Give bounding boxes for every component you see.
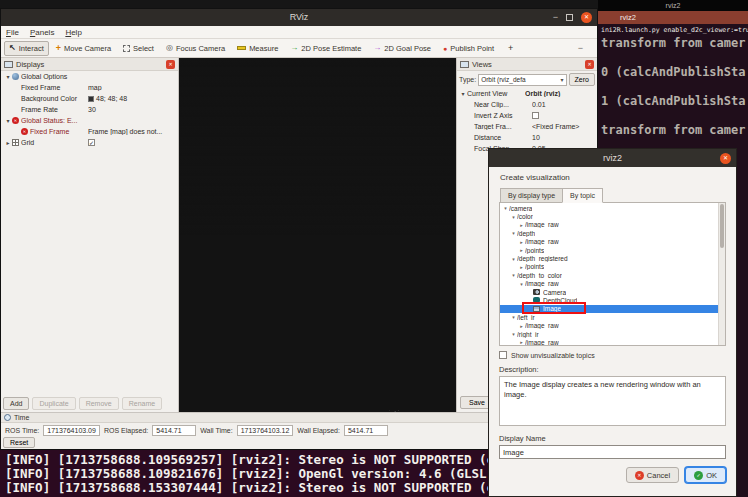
property-value[interactable]: map <box>88 84 178 91</box>
checkbox-unchecked[interactable] <box>499 351 507 359</box>
topic-row[interactable]: ▸/points <box>500 246 725 254</box>
topic-row[interactable]: ▸/image_raw <box>500 338 725 346</box>
scrollbar[interactable] <box>718 203 725 345</box>
views-row[interactable]: Target Fra...<Fixed Frame> <box>457 121 597 132</box>
displays-row[interactable]: Fixed Framemap <box>1 82 178 93</box>
dialog-titlebar[interactable]: rviz2 ✕ <box>489 149 736 167</box>
tree-expanded-icon[interactable]: ▾ <box>4 117 12 124</box>
topic-row[interactable]: ▾/image_raw <box>500 280 725 288</box>
tree-collapsed-icon[interactable]: ▸ <box>518 247 525 253</box>
remove-tool-button[interactable]: − <box>573 40 588 56</box>
tool-measure[interactable]: Measure <box>232 41 283 56</box>
tree-expanded-icon[interactable]: ▾ <box>510 214 517 220</box>
tool-publish-point[interactable]: ●Publish Point <box>438 41 499 56</box>
displays-row[interactable]: ▾Global Options <box>1 71 178 82</box>
tree-expanded-icon[interactable]: ▾ <box>510 230 517 236</box>
time-field-value[interactable]: 5414.71 <box>344 425 388 436</box>
dialog-close-icon[interactable]: ✕ <box>720 153 731 164</box>
tool-2d-pose-estimate[interactable]: →2D Pose Estimate <box>285 41 366 56</box>
rviz-titlebar[interactable]: RViz − ✕ <box>1 9 597 26</box>
tool-move-camera[interactable]: +Move Camera <box>51 41 116 56</box>
tree-expanded-icon[interactable]: ▾ <box>510 331 517 337</box>
displays-row[interactable]: Frame Rate30 <box>1 104 178 115</box>
checkbox-checked[interactable]: ✓ <box>88 139 95 146</box>
menu-panels[interactable]: Panels <box>30 28 54 37</box>
tree-expanded-icon[interactable]: ▾ <box>459 90 467 97</box>
topic-row[interactable]: ▸/image_raw <box>500 238 725 246</box>
maximize-icon[interactable] <box>566 14 573 21</box>
topic-row[interactable]: DepthCloud <box>500 296 725 304</box>
property-value[interactable]: 0.01 <box>532 101 597 108</box>
topic-row[interactable]: ▸/points <box>500 263 725 271</box>
displays-row[interactable]: Background Color48; 48; 48 <box>1 93 178 104</box>
topic-row[interactable]: Camera <box>500 288 725 296</box>
minimize-icon[interactable]: − <box>553 13 558 22</box>
tree-collapsed-icon[interactable]: ▸ <box>518 339 525 345</box>
tab-by-topic[interactable]: By topic <box>562 188 603 203</box>
topic-row[interactable]: ▾/depth <box>500 229 725 237</box>
topic-row[interactable]: ▾/depth_to_color <box>500 271 725 279</box>
tool-2d-goal-pose[interactable]: →2D Goal Pose <box>368 41 436 56</box>
topic-row[interactable]: ▸/image_raw <box>500 221 725 229</box>
topic-row[interactable]: Image <box>500 305 718 313</box>
tree-expanded-icon[interactable]: ▾ <box>510 256 517 262</box>
close-icon[interactable]: ✕ <box>581 12 592 23</box>
display-name-input[interactable]: Image <box>499 445 726 459</box>
views-row[interactable]: Distance10 <box>457 132 597 143</box>
tree-collapsed-icon[interactable]: ▸ <box>518 323 525 329</box>
property-value[interactable]: 30 <box>88 106 178 113</box>
add-button[interactable]: Add <box>3 397 29 410</box>
3d-viewport[interactable] <box>179 58 456 412</box>
displays-close-icon[interactable]: ✕ <box>166 60 175 69</box>
tab-by-display-type[interactable]: By display type <box>500 188 562 203</box>
tree-collapsed-icon[interactable]: ▸ <box>4 139 12 146</box>
add-tool-button[interactable]: + <box>501 41 520 55</box>
property-value[interactable]: <Fixed Frame> <box>532 123 597 130</box>
views-row[interactable]: Invert Z Axis <box>457 110 597 121</box>
topic-row[interactable]: ▾/color <box>500 212 725 220</box>
time-field-value[interactable]: 1713764103.12 <box>237 425 294 436</box>
menu-file[interactable]: File <box>6 28 19 37</box>
menu-help[interactable]: Help <box>65 28 81 37</box>
topic-row[interactable]: ▾/depth_registered <box>500 254 725 262</box>
topic-row[interactable]: ▾/camera <box>500 204 725 212</box>
terminal-top-bar[interactable]: rviz2 <box>598 0 748 11</box>
property-value[interactable]: Frame [map] does not... <box>88 128 178 135</box>
property-value[interactable]: Orbit (rviz) <box>525 90 597 97</box>
topic-row[interactable]: ▾/left_ir <box>500 313 725 321</box>
property-value[interactable]: 48; 48; 48 <box>88 95 178 102</box>
topic-row[interactable]: ▾/right_ir <box>500 330 725 338</box>
displays-row[interactable]: ▾✕Global Status: E... <box>1 115 178 126</box>
views-close-icon[interactable]: ✕ <box>585 60 594 69</box>
time-field-value[interactable]: 5414.71 <box>152 425 196 436</box>
cancel-button[interactable]: ✕ Cancel <box>626 467 679 483</box>
tree-expanded-icon[interactable]: ▾ <box>510 272 517 278</box>
tree-collapsed-icon[interactable]: ▸ <box>518 222 525 228</box>
reset-button[interactable]: Reset <box>3 437 35 448</box>
tool-select[interactable]: Select <box>118 41 159 56</box>
ok-button[interactable]: ✓ OK <box>685 467 726 483</box>
displays-row[interactable]: ✕Fixed FrameFrame [map] does not... <box>1 126 178 137</box>
view-type-dropdown[interactable]: Orbit (rviz_defa ▾ <box>478 74 566 86</box>
property-value[interactable]: ✓ <box>88 139 178 146</box>
property-value[interactable]: 10 <box>532 134 597 141</box>
tool-focus-camera[interactable]: ◎Focus Camera <box>161 41 230 56</box>
views-row[interactable]: Near Clip...0.01 <box>457 99 597 110</box>
tree-expanded-icon[interactable]: ▾ <box>502 205 509 211</box>
checkbox-unchecked[interactable] <box>532 112 539 119</box>
tree-collapsed-icon[interactable]: ▸ <box>518 239 525 245</box>
topic-row[interactable]: ▸/image_raw <box>500 321 725 329</box>
terminal-tab-bar[interactable]: rviz2 <box>598 11 748 24</box>
tree-expanded-icon[interactable]: ▾ <box>4 73 12 80</box>
tool-interact[interactable]: ↖Interact <box>4 41 49 56</box>
views-row[interactable]: ▾Current ViewOrbit (rviz) <box>457 88 597 99</box>
property-value[interactable] <box>532 112 597 119</box>
displays-row[interactable]: ▸Grid✓ <box>1 137 178 148</box>
time-field-value[interactable]: 1713764103.09 <box>43 425 100 436</box>
tree-expanded-icon[interactable]: ▾ <box>518 281 525 287</box>
show-unvisualizable-row[interactable]: Show unvisualizable topics <box>499 351 726 359</box>
tree-expanded-icon[interactable]: ▾ <box>510 314 517 320</box>
tree-collapsed-icon[interactable]: ▸ <box>518 264 525 270</box>
scrollbar-thumb[interactable] <box>720 204 724 248</box>
zero-button[interactable]: Zero <box>569 73 595 86</box>
